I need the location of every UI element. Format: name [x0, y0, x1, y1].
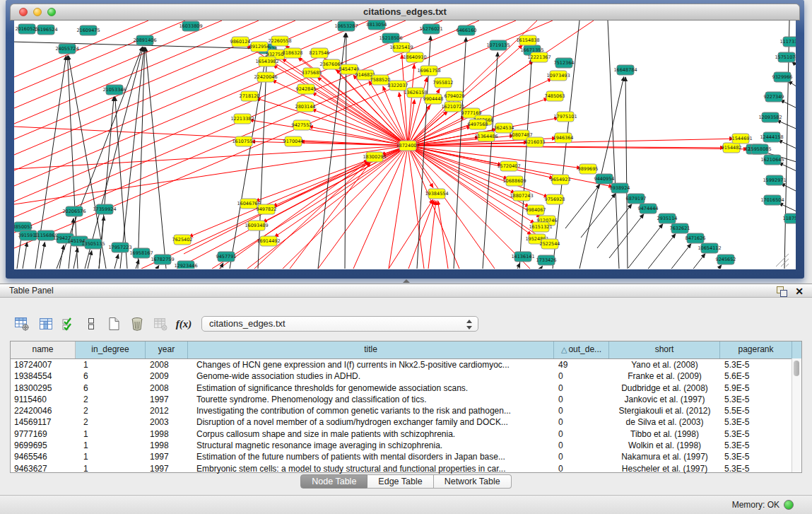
graph-node-label: 16154838 — [516, 37, 539, 43]
table-selector-dropdown[interactable]: citations_edges.txt — [201, 316, 478, 332]
graph-node-label: 16325419 — [389, 45, 413, 50]
network-graph-svg[interactable]: 2016052516196524240557242160947520891406… — [14, 21, 796, 269]
table-cell: 2 — [76, 394, 146, 405]
graph-node-label: 12221367 — [527, 54, 551, 60]
table-cell: 0 — [554, 394, 609, 405]
graph-node-label: 21053346 — [102, 87, 126, 93]
graph-node-label: 7512364 — [554, 60, 575, 66]
table-row[interactable]: 946554611997Estimation of the future num… — [11, 451, 801, 462]
table-settings-icon[interactable] — [13, 315, 31, 333]
graph-node-label: 15720407 — [497, 163, 520, 169]
merge-rows-icon[interactable] — [82, 315, 100, 333]
table-cell: 2012 — [146, 405, 188, 416]
graph-node-label: 10654112 — [698, 245, 721, 251]
table-cell: 9465546 — [11, 451, 76, 462]
table-cell: 0 — [554, 370, 609, 382]
graph-node-label: 9860124 — [230, 39, 251, 45]
graph-node-label: 22420046 — [254, 74, 277, 80]
table-cell: 5.3E-5 — [720, 359, 792, 370]
vertical-scrollbar[interactable] — [792, 358, 801, 472]
column-header-pagerank[interactable]: pagerank — [720, 341, 792, 358]
table-row[interactable]: 911546021997Tourette syndrome. Phenomeno… — [11, 394, 801, 405]
column-header-name[interactable]: name — [11, 341, 76, 358]
table-cell: Jankovic et al. (1997) — [609, 394, 720, 405]
table-row[interactable]: 977716911998Corpus callosum shape and si… — [11, 428, 801, 440]
table-row[interactable]: 1938455462009Genome-wide association stu… — [11, 370, 801, 382]
graph-node-label: 9474444 — [638, 206, 659, 211]
table-cell: 2009 — [146, 370, 188, 382]
table-row[interactable]: 946362711997Embryonic stem cells: a mode… — [11, 463, 801, 474]
column-header-out_de[interactable]: △out_de... — [554, 341, 609, 358]
table-row[interactable]: 969969511998Structural magnetic resonanc… — [11, 440, 801, 451]
graph-node-label: 9154482 — [722, 145, 742, 151]
tab-edge-table[interactable]: Edge Table — [367, 474, 433, 489]
select-rows-icon[interactable] — [59, 315, 78, 333]
tab-node-table[interactable]: Node Table — [300, 474, 367, 489]
new-table-icon[interactable] — [105, 315, 123, 333]
memory-status-label: Memory: OK — [732, 500, 779, 510]
table-cell: 14569117 — [11, 416, 76, 428]
delete-table-icon[interactable] — [128, 315, 146, 333]
column-header-year[interactable]: year — [146, 341, 188, 358]
graph-node-label: 21364486 — [474, 134, 498, 139]
tab-network-table[interactable]: Network Table — [434, 474, 512, 489]
table-cell: 5.3E-5 — [720, 416, 792, 428]
table-row[interactable]: 1830029562008Estimation of significance … — [11, 382, 801, 394]
table-row[interactable]: 2242004622012Investigating the contribut… — [11, 405, 801, 416]
table-row[interactable]: 1872400712008Changes of HCN gene express… — [11, 359, 801, 370]
graph-node-label: 8813054 — [367, 22, 387, 28]
table-panel-title: Table Panel — [9, 284, 54, 298]
table-cell: 22420046 — [11, 405, 76, 416]
graph-node-label: 8938924 — [610, 185, 630, 191]
graph-node-label: 9497822 — [257, 206, 277, 212]
memory-status-icon[interactable] — [784, 500, 794, 510]
graph-node-label: 10719135 — [486, 42, 510, 48]
panel-splitter[interactable] — [0, 279, 812, 284]
graph-node-label: 14136141 — [511, 254, 534, 259]
minimize-window-button[interactable] — [33, 8, 42, 16]
table-cell: 1 — [76, 451, 146, 462]
table-cell: 0 — [554, 428, 609, 440]
close-window-button[interactable] — [19, 8, 28, 16]
graph-node-label: 18640910 — [403, 54, 426, 60]
graph-node-label: 16196524 — [34, 27, 57, 33]
table-cell: de Silva et al. (2003) — [609, 416, 720, 428]
column-header-title[interactable]: title — [188, 341, 554, 358]
scrollbar-thumb[interactable] — [794, 361, 799, 376]
table-cell: 1998 — [146, 440, 188, 451]
table-cell: Yano et al. (2008) — [609, 359, 720, 370]
table-header-row: namein_degreeyeartitle△out_de...shortpag… — [11, 341, 801, 358]
function-builder-icon[interactable]: f(x) — [175, 315, 193, 333]
table-cell: 5.3E-5 — [720, 440, 792, 451]
table-cell: 1 — [76, 463, 146, 474]
table-cell: Corpus callosum shape and size in male p… — [188, 428, 554, 440]
dropdown-arrows-icon — [466, 318, 472, 331]
graph-node-label: 16151321 — [529, 224, 552, 230]
network-canvas[interactable]: 2016052516196524240557242160947520891406… — [14, 21, 796, 269]
graph-node-label: 16543982 — [255, 59, 278, 64]
graph-node-label: 9242845 — [296, 86, 317, 92]
graph-node-label: 8186328 — [283, 50, 303, 56]
graph-node-label: 15751074 — [775, 54, 796, 60]
graph-node-label: 1187533 — [783, 216, 796, 221]
table-cell: 2 — [76, 416, 146, 428]
close-panel-icon[interactable]: ✕ — [795, 285, 804, 298]
graph-node-label: 15218506 — [379, 35, 402, 41]
float-panel-icon[interactable] — [777, 286, 787, 296]
graph-node-label: 9440954 — [594, 176, 615, 182]
table-cell: 0 — [554, 416, 609, 428]
graph-node-label: 3624534 — [494, 125, 514, 131]
graph-node-label: 2522544 — [540, 241, 560, 247]
window-titlebar[interactable]: citations_edges.txt — [10, 4, 800, 21]
column-header-in_degree[interactable]: in_degree — [76, 341, 146, 358]
graph-node-label: 17957223 — [108, 245, 131, 250]
zoom-window-button[interactable] — [47, 8, 56, 16]
graph-node-label: 13626158 — [404, 90, 427, 95]
column-header-short[interactable]: short — [609, 341, 720, 358]
table-row[interactable]: 1456911722003Disruption of a novel membe… — [11, 416, 801, 428]
select-columns-icon[interactable] — [37, 315, 55, 333]
graph-node-label: 15276021 — [419, 26, 442, 32]
graph-node-label: 9227349 — [764, 94, 784, 100]
splitter-grip-icon[interactable] — [403, 279, 410, 283]
graph-node-label: 15992971 — [763, 177, 786, 183]
